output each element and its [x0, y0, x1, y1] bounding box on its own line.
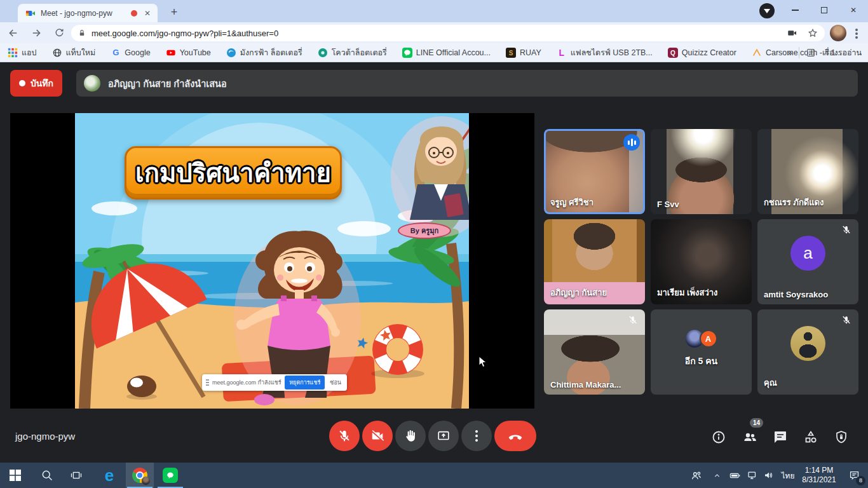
avatar-letter: a	[803, 243, 812, 263]
participant-tile-overflow[interactable]: A อีก 5 คน	[651, 309, 752, 395]
hide-notice-button[interactable]: ซ่อน	[328, 378, 343, 387]
task-view-icon	[70, 469, 83, 482]
bookmarks-overflow-icon[interactable]: »	[787, 47, 792, 58]
back-button[interactable]	[4, 24, 23, 42]
bookmark-label: แท็บใหม่	[66, 46, 96, 59]
participant-tile[interactable]: a amtit Soysrakoo	[757, 219, 858, 304]
recording-label: บันทึก	[31, 76, 53, 90]
bookmark-lottery-quota[interactable]: โควต้าล็อตเตอรี่	[318, 46, 387, 59]
present-screen-button[interactable]	[428, 421, 459, 451]
host-controls-button[interactable]	[834, 430, 849, 445]
start-button[interactable]	[1, 463, 29, 488]
language-indicator: ไทย	[782, 470, 795, 482]
stop-sharing-button[interactable]: หยุดการแชร์	[285, 376, 325, 390]
carsome-icon	[752, 48, 762, 58]
tray-show-hidden-button[interactable]	[708, 463, 726, 488]
record-dot-icon	[19, 80, 25, 86]
participant-tile[interactable]: จรูญ ศรีวิชา	[544, 129, 645, 214]
camera-toggle-button[interactable]	[362, 421, 393, 451]
window-restore-button[interactable]	[810, 0, 839, 20]
presentation-stage: เกมปริศนาคำทาย By ครูมุก meet.google.com…	[10, 113, 534, 409]
mic-off-icon	[841, 224, 852, 236]
browser-update-icon[interactable]	[759, 3, 775, 18]
activities-button[interactable]	[803, 430, 818, 445]
bookmark-star-icon[interactable]	[807, 27, 818, 39]
camera-in-use-icon[interactable]	[787, 27, 798, 39]
participant-tile[interactable]: มาเรียม เพ็งสว่าง	[651, 219, 752, 304]
bookmark-google[interactable]: G Google	[111, 48, 150, 58]
task-view-button[interactable]	[62, 463, 90, 488]
new-tab-button[interactable]: +	[166, 5, 182, 20]
tray-people-button[interactable]	[685, 463, 707, 488]
window-close-button[interactable]: ✕	[839, 0, 868, 20]
bookmark-line[interactable]: LINE Official Accou...	[402, 48, 491, 58]
window-minimize-button[interactable]	[780, 0, 810, 20]
participant-tile[interactable]: F Svv	[651, 129, 752, 214]
taskbar-chrome-button[interactable]	[126, 463, 154, 488]
network-icon	[747, 470, 758, 481]
browser-tab[interactable]: Meet - jgo-ngmo-pyw ✕	[18, 4, 158, 22]
bookmark-quizizz[interactable]: Q Quizizz Creator	[668, 48, 736, 58]
tray-battery-button[interactable]	[726, 463, 743, 488]
forward-button[interactable]	[27, 24, 46, 42]
raise-hand-icon	[403, 429, 417, 443]
raise-hand-button[interactable]	[395, 421, 426, 451]
bookmark-flashdrive[interactable]: L แฟลชไดรฟ์ USB 2TB...	[557, 46, 653, 59]
bookmarks-bar: แอป แท็บใหม่ G Google YouTube มังกรฟ้า ล…	[0, 43, 868, 62]
participant-count-badge: 14	[750, 418, 763, 428]
bookmark-label: Quizizz Creator	[682, 48, 736, 57]
chat-button[interactable]	[773, 430, 788, 445]
participant-tile[interactable]: กชณรร ภักดีแดง	[757, 129, 858, 214]
tab-close-icon[interactable]: ✕	[142, 8, 153, 18]
mic-off-icon	[841, 315, 852, 326]
meet-favicon-icon	[25, 8, 36, 18]
profile-avatar[interactable]	[830, 25, 846, 41]
meet-main: บันทึก อภิญญา กันสาย กำลังนำเสนอ	[0, 62, 868, 463]
clock-date: 8/31/2021	[802, 475, 836, 485]
tray-volume-button[interactable]	[760, 463, 778, 488]
participant-tile[interactable]: Chittima Makara...	[544, 309, 645, 395]
windows-taskbar: e	[0, 463, 868, 488]
more-options-button[interactable]	[461, 421, 492, 451]
bookmark-apps[interactable]: แอป	[8, 46, 37, 59]
tab-recording-indicator-icon	[131, 10, 137, 17]
quizizz-icon: Q	[668, 48, 678, 58]
action-center-button[interactable]: 8	[841, 463, 867, 488]
screen: Meet - jgo-ngmo-pyw ✕ + ✕ meet.google.co…	[0, 0, 868, 488]
youtube-icon	[166, 48, 176, 58]
bookmark-label: โควต้าล็อตเตอรี่	[332, 46, 387, 59]
show-participants-button[interactable]	[742, 430, 757, 445]
taskbar-line-button[interactable]	[156, 463, 184, 488]
tray-language-button[interactable]: ไทย	[778, 463, 798, 488]
svg-text:Q: Q	[670, 50, 675, 57]
mic-toggle-button[interactable]	[329, 421, 360, 451]
drag-handle-icon[interactable]	[206, 379, 209, 386]
reading-list-icon[interactable]	[806, 48, 816, 58]
end-call-button[interactable]	[494, 421, 536, 451]
bookmark-ruay[interactable]: S RUAY	[506, 48, 541, 58]
tray-people-icon	[690, 470, 702, 482]
taskbar-edge-button[interactable]: e	[95, 463, 123, 488]
shield-lock-icon	[834, 430, 849, 445]
browser-menu-icon[interactable]	[855, 29, 858, 31]
meeting-details-button[interactable]	[711, 430, 726, 445]
tray-clock-button[interactable]: 1:14 PM 8/31/2021	[798, 463, 840, 488]
taskbar-search-button[interactable]	[33, 463, 61, 488]
participant-tile-self[interactable]: คุณ	[757, 309, 858, 395]
globe-icon	[52, 48, 62, 58]
presenting-text: อภิญญา กันสาย กำลังนำเสนอ	[108, 76, 227, 91]
slide-byline-badge: By ครูมุก	[398, 222, 451, 239]
reading-list-label[interactable]: เรื่องรออ่าน	[822, 46, 862, 59]
address-bar[interactable]: meet.google.com/jgo-ngmo-pyw?pli=1&authu…	[71, 25, 825, 41]
tray-network-button[interactable]	[743, 463, 761, 488]
participant-tile[interactable]: อภิญญา กันสาย	[544, 219, 645, 304]
participant-avatar: a	[790, 236, 825, 271]
bookmark-lottery-blue[interactable]: มังกรฟ้า ล็อตเตอรี่	[226, 46, 302, 59]
bookmark-youtube[interactable]: YouTube	[166, 48, 211, 58]
quota-lottery-icon	[318, 48, 328, 58]
bookmark-newtab[interactable]: แท็บใหม่	[52, 46, 96, 59]
recording-badge: บันทึก	[10, 70, 62, 97]
meet-control-bar: jgo-ngmo-pyw	[0, 413, 868, 463]
reload-button[interactable]	[50, 24, 69, 42]
lock-icon	[78, 29, 86, 37]
